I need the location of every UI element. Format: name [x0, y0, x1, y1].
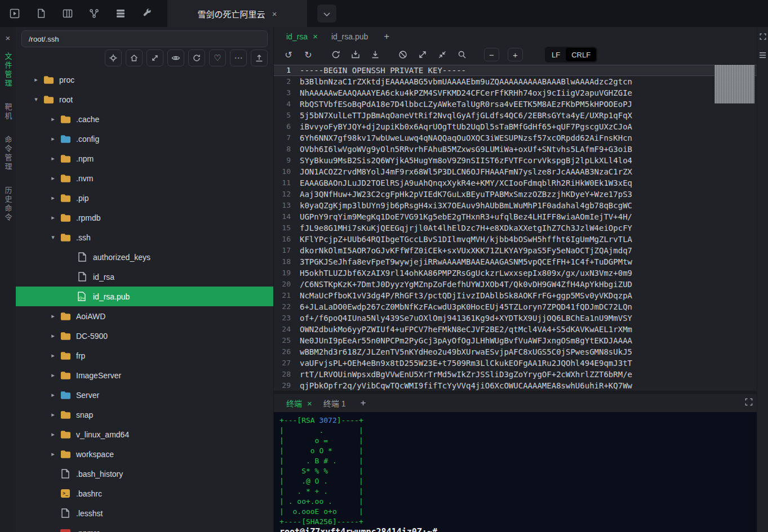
chevron-right-icon[interactable]: ▸	[47, 214, 59, 221]
chevron-right-icon[interactable]: ▸	[47, 312, 59, 320]
layout-icon[interactable]	[62, 8, 73, 19]
minimap[interactable]	[714, 65, 754, 104]
code-line[interactable]: 15fJL9e8G1MHi7sKuKjQEEGqjrjl0At4lhElDzc7…	[274, 222, 757, 234]
chevron-right-icon[interactable]: ▸	[47, 431, 59, 438]
code-line[interactable]: 13k0yaQZgKjmp3lbUYn9jb6pRsgH4xi3X7OEAuv9…	[274, 200, 757, 211]
tree-item[interactable]: ▸proc	[16, 70, 273, 90]
tree-item[interactable]: ▸AoiAWD	[16, 306, 273, 326]
save-icon[interactable]	[350, 49, 361, 60]
chevron-right-icon[interactable]: ▸	[47, 135, 59, 142]
terminal-fullscreen-icon[interactable]	[744, 397, 753, 409]
tab-close-icon[interactable]: ×	[307, 399, 312, 408]
new-file-tab-icon[interactable]: +	[384, 31, 389, 42]
tree-item[interactable]: authorized_keys	[16, 247, 273, 267]
terminal-output[interactable]: +---[RSA 3072]----+| . || o = || o O * |…	[274, 412, 757, 532]
menu-icon[interactable]	[759, 51, 766, 61]
code-line[interactable]: 11EAAAGBAOnJLuJD2TOElRSjA9uAhQnqxXykR4e+…	[274, 177, 757, 189]
tools-icon[interactable]	[141, 8, 153, 19]
tree-item[interactable]: >_.bashrc	[16, 484, 273, 503]
code-line[interactable]: 24OWN2dbukMo6yyPZWIUf4+uFPCV7heFMkN8eCJV…	[274, 324, 757, 335]
tree-item[interactable]: ▸.npm	[16, 149, 273, 168]
chevron-down-icon[interactable]: ▾	[30, 96, 42, 103]
chevron-right-icon[interactable]: ▸	[47, 352, 59, 359]
rail-tab-1[interactable]: 靶机	[3, 103, 14, 121]
tree-item[interactable]: ▸.cache	[16, 109, 273, 129]
tree-item[interactable]: ▾.ssh	[16, 227, 273, 247]
code-area[interactable]: 1-----BEGIN OPENSSH PRIVATE KEY-----2b3B…	[274, 64, 757, 391]
tree-item[interactable]: ▸.nvm	[16, 168, 273, 188]
chevron-right-icon[interactable]: ▸	[47, 411, 59, 418]
expand-icon[interactable]	[417, 49, 428, 60]
code-line[interactable]: 76Yh6NNX7gf98kv17wbUweLuwq4qNAQQaqOuOXQC…	[274, 132, 757, 144]
editor-fullscreen-icon[interactable]	[759, 33, 767, 43]
session-tab[interactable]: 雪剑の死亡阿里云 ×	[167, 0, 307, 27]
tree-item[interactable]: .lesshst	[16, 503, 273, 523]
code-line[interactable]: 19H5okhTLUZJbf6XzAIX9rl14ohKA86PMPZRsGgU…	[274, 267, 757, 279]
tree-item[interactable]: ▸workspace	[16, 444, 273, 464]
rail-tab-0[interactable]: 文件管理	[3, 52, 14, 88]
code-line[interactable]: 226+JLaLaDO0Ewdp267cZ0MbNfKzFAcwdU3pK0Ho…	[274, 301, 757, 312]
code-line[interactable]: 10JON1ACOZ2rvdM8YolJ4mF9rx68Wl5P3DLCN6OJ…	[274, 166, 757, 177]
code-line[interactable]: 55j5bN7XulLeTTJpBmAqOaneVtRif2NvqlGyAfjG…	[274, 110, 757, 121]
collapse-icon[interactable]	[437, 49, 448, 60]
undo-icon[interactable]: ↺	[283, 49, 294, 60]
eye-icon[interactable]	[167, 50, 184, 66]
tree-item[interactable]: ▸Server	[16, 385, 273, 405]
code-line[interactable]: 6iBvvyoFyBYJQY+dj2upiKb0x6AqrUOgTtUb2UqD…	[274, 121, 757, 132]
editor-tab-id_rsa[interactable]: id_rsa×	[279, 27, 325, 46]
tab-close-icon[interactable]: ×	[313, 32, 318, 41]
chevron-down-icon[interactable]: ▾	[47, 234, 59, 241]
font-decrease-button[interactable]: −	[484, 48, 499, 61]
code-line[interactable]: 9SYyBkuu9MsB2Sis2Q6WYjkA5HugYm8oV9Z9nSII…	[274, 155, 757, 166]
search-icon[interactable]	[456, 49, 468, 60]
terminal-tab-1[interactable]: 终端 1	[318, 397, 352, 409]
path-input[interactable]: /root/.ssh	[21, 30, 268, 47]
tree-item[interactable]: ▸.pip	[16, 188, 273, 208]
code-line[interactable]: 4RbQSTVbfESoBqPdA18e7D4lbbcLZyAWkeTalUgR…	[274, 99, 757, 110]
chevron-right-icon[interactable]: ▸	[47, 115, 59, 123]
chevron-right-icon[interactable]: ▸	[47, 155, 59, 162]
code-line[interactable]: 26wBBM2hd3r618Z/JLZenTV5nKYdHeo2u49bXUrw…	[274, 346, 757, 357]
new-session-dropdown-button[interactable]	[317, 5, 336, 23]
font-increase-button[interactable]: +	[508, 48, 523, 61]
redo-icon[interactable]: ↻	[303, 49, 314, 60]
locate-icon[interactable]	[105, 50, 122, 66]
chevron-right-icon[interactable]: ▸	[47, 391, 59, 399]
code-line[interactable]: 16KFlYPcjpZ+UUb64RQIbgeTGccLBvS1DIlmvqMV…	[274, 234, 757, 245]
code-line[interactable]: 1-----BEGIN OPENSSH PRIVATE KEY-----	[274, 65, 757, 76]
terminal-tab-0[interactable]: 终端×	[281, 397, 318, 409]
line-ending-lf-button[interactable]: LF	[546, 48, 566, 61]
new-terminal-tab-icon[interactable]: +	[360, 397, 366, 409]
download-icon[interactable]	[370, 49, 381, 60]
upload-icon[interactable]	[251, 50, 268, 66]
tree-item[interactable]: .bash_history	[16, 464, 273, 484]
chevron-right-icon[interactable]: ▸	[47, 332, 59, 339]
editor-tab-id_rsa.pub[interactable]: id_rsa.pub	[325, 27, 375, 46]
chevron-right-icon[interactable]: ▸	[47, 450, 59, 458]
code-line[interactable]: 8OVbh6I6lwVgoWVg9yOln5RRvrhFAhuB5MZxwsG9…	[274, 144, 757, 155]
line-ending-crlf-button[interactable]: CRLF	[566, 48, 596, 61]
session-tab-close-icon[interactable]: ×	[272, 10, 277, 18]
terminal-prompt[interactable]: root@iZ7xvft4rwumpc28414iz0Z:~#	[279, 527, 757, 532]
code-line[interactable]: 28rtT/LRVOUinWpsxdBgVVwEnU5XrTrMd5wIkZrJ…	[274, 369, 757, 380]
code-line[interactable]: 29qjPbkOpfr2q/yVibCqwTQcWMI9fifTcYyVVq4j…	[274, 380, 757, 391]
tree-item[interactable]: ▸snap	[16, 405, 273, 424]
chevron-right-icon[interactable]: ▸	[47, 194, 59, 202]
tree-item[interactable]: ▸.config	[16, 129, 273, 149]
tree-item[interactable]: ▸DC-5900	[16, 326, 273, 346]
readonly-toggle-icon[interactable]	[397, 49, 409, 60]
code-line[interactable]: 23of+/f6poQ4IUna5Nly439Se7uOXlOmj941361K…	[274, 312, 757, 324]
code-line[interactable]: 17dkorNkOlmI5AOR7oGJvKFfWfZ0iCEk+sxVUxXK…	[274, 245, 757, 256]
rail-tab-2[interactable]: 命令管理	[3, 136, 14, 172]
code-line[interactable]: 27vaUFvjsPL+OEh4eBn9x8tD255W23E+t7509Rm3…	[274, 357, 757, 369]
tree-item[interactable]: id_rsa.pub	[16, 287, 273, 306]
code-line[interactable]: 2b3BlbnNzaC1rZXktdjEAAAAABG5vbmUAAAAEbm9…	[274, 76, 757, 87]
code-line[interactable]: 3NhAAAAAwEAAQAAAYEA6cku4kPZM4SVFKMD24CFC…	[274, 87, 757, 99]
chevron-right-icon[interactable]: ▸	[47, 175, 59, 182]
tree-item[interactable]: id_rsa	[16, 267, 273, 287]
code-line[interactable]: 14UGPnY9rqYim9MegKq1DoE7VG91Kg5ebE2gTHxn…	[274, 211, 757, 222]
code-line[interactable]: 183TPGKJSeJhfa8evFpeT9wywjejiRRwAAAAMBAA…	[274, 256, 757, 267]
home-icon[interactable]	[126, 50, 143, 66]
file-icon[interactable]	[35, 8, 47, 19]
list-icon[interactable]	[115, 8, 126, 19]
